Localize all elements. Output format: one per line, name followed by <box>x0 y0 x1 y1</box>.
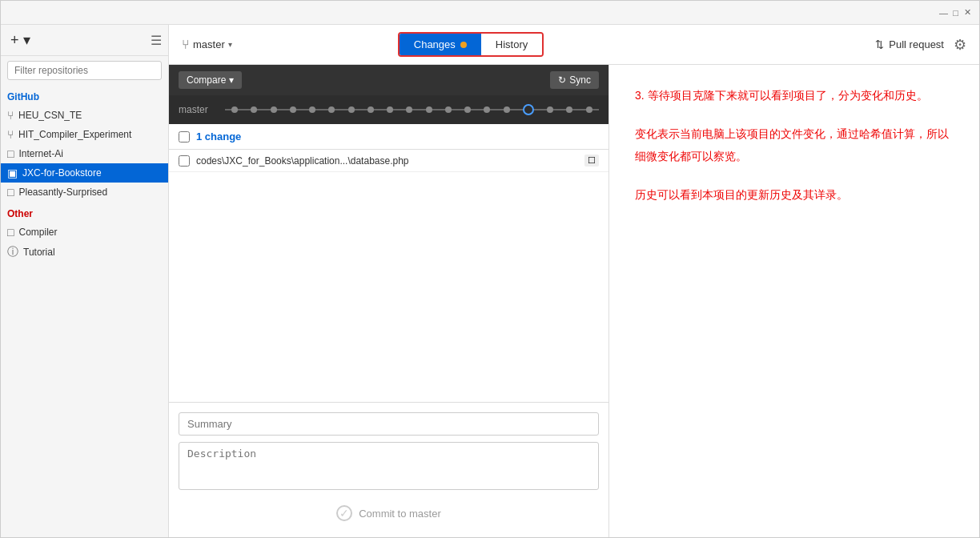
repo-name: Pleasantly-Surprised <box>18 187 162 198</box>
graph-dot <box>368 106 374 113</box>
branch-icon: ⑂ <box>182 38 190 52</box>
info-icon: ⓘ <box>7 245 18 259</box>
branch-name: master <box>193 38 225 50</box>
info-text-1: 3. 等待项目克隆下来就可以看到项目了，分为变化和历史。 <box>635 84 954 106</box>
graph-dot <box>426 106 432 113</box>
commit-graph: master <box>169 95 608 124</box>
file-item[interactable]: codes\JXC_for_Books\application...\datab… <box>169 150 608 172</box>
tab-changes[interactable]: Changes <box>400 34 481 55</box>
minimize-button[interactable]: — <box>938 7 949 18</box>
graph-dot <box>464 106 471 113</box>
changes-left-panel: Compare ▾ ↻ Sync master <box>169 65 609 537</box>
close-button[interactable]: ✕ <box>962 7 973 18</box>
sidebar-item-tutorial[interactable]: ⓘ Tutorial <box>1 242 168 263</box>
other-section-label: Other <box>1 202 168 223</box>
commit-button[interactable]: ✓ Commit to master <box>179 499 599 528</box>
file-list-spacer <box>169 172 608 402</box>
top-toolbar: ⑂ master ▾ Changes History ⇅ <box>169 25 979 65</box>
graph-dot <box>547 106 553 113</box>
pull-request-label: Pull request <box>889 38 944 50</box>
file-list-header: 1 change <box>169 124 608 150</box>
branch-dropdown-arrow: ▾ <box>228 40 232 49</box>
compare-bar: Compare ▾ ↻ Sync <box>169 65 608 95</box>
changes-area: Compare ▾ ↻ Sync master <box>169 65 979 537</box>
repo-name: Compiler <box>18 227 162 238</box>
settings-button[interactable]: ⚙ <box>954 36 966 54</box>
graph-dot <box>309 106 315 113</box>
right-panel: ⑂ master ▾ Changes History ⇅ <box>169 25 979 537</box>
graph-dot <box>586 106 592 113</box>
filter-repositories-input[interactable] <box>7 61 162 80</box>
info-text-3: 历史可以看到本项目的更新历史及其详录。 <box>635 183 954 206</box>
graph-line <box>225 102 599 118</box>
graph-dot <box>387 106 393 113</box>
toggle-sidebar-button[interactable]: ☰ <box>151 33 162 48</box>
graph-dots <box>225 104 599 115</box>
compare-button[interactable]: Compare ▾ <box>179 71 242 89</box>
description-input[interactable] <box>179 442 599 490</box>
graph-dot-active <box>523 104 534 115</box>
repo-name: JXC-for-Bookstore <box>22 167 162 179</box>
pull-request-button[interactable]: ⇅ Pull request <box>875 38 944 50</box>
graph-dot <box>566 106 572 113</box>
info-text-2: 变化表示当前电脑上该项目的文件变化，通过哈希值计算，所以细微变化都可以察览。 <box>635 122 954 167</box>
repo-name: Tutorial <box>23 247 162 258</box>
file-icon: □ <box>7 186 14 199</box>
graph-dot <box>484 106 490 113</box>
tab-changes-label: Changes <box>414 38 456 50</box>
graph-dot <box>445 106 452 113</box>
github-section-label: GitHub <box>1 85 168 106</box>
info-block-1: 3. 等待项目克隆下来就可以看到项目了，分为变化和历史。 <box>635 84 954 106</box>
file-icon: ▣ <box>7 167 18 179</box>
commit-label: Commit to master <box>359 508 441 520</box>
branch-icon: ⑂ <box>7 128 14 141</box>
graph-dot <box>406 106 412 113</box>
changes-right-panel: 3. 等待项目克隆下来就可以看到项目了，分为变化和历史。 变化表示当前电脑上该项… <box>609 65 979 537</box>
commit-form: ✓ Commit to master <box>169 402 608 537</box>
sidebar-item-hit[interactable]: ⑂ HIT_Compiler_Experiment <box>1 125 168 144</box>
commit-check-icon: ✓ <box>336 505 352 521</box>
repo-name: HIT_Compiler_Experiment <box>18 129 162 140</box>
sidebar: + ▾ ☰ GitHub ⑂ HEU_CSN_TE ⑂ HIT_Compiler… <box>1 25 169 537</box>
right-actions: ⇅ Pull request ⚙ <box>875 36 966 54</box>
graph-branch-label: master <box>179 104 219 115</box>
file-icon: □ <box>7 226 14 239</box>
graph-dot <box>290 106 296 113</box>
summary-input[interactable] <box>179 412 599 436</box>
tab-group: Changes History <box>398 32 544 57</box>
graph-dot <box>348 106 355 113</box>
branch-selector[interactable]: ⑂ master ▾ <box>182 38 232 52</box>
pull-request-icon: ⇅ <box>875 38 884 50</box>
sync-label: Sync <box>569 74 591 86</box>
tab-history[interactable]: History <box>481 34 542 55</box>
branch-icon: ⑂ <box>7 109 14 122</box>
tab-history-label: History <box>496 38 528 50</box>
file-path: codes\JXC_for_Books\application...\datab… <box>196 155 578 167</box>
file-checkbox[interactable] <box>179 155 190 167</box>
graph-dot <box>504 106 510 113</box>
graph-dot <box>271 106 277 113</box>
add-button[interactable]: + ▾ <box>7 30 34 50</box>
graph-dot <box>251 106 257 113</box>
sync-button[interactable]: ↻ Sync <box>550 71 599 89</box>
file-icon: □ <box>7 147 14 160</box>
maximize-button[interactable]: □ <box>950 7 961 18</box>
repo-name: HEU_CSN_TE <box>18 110 162 121</box>
sidebar-item-compiler[interactable]: □ Compiler <box>1 223 168 242</box>
change-count: 1 change <box>196 130 241 143</box>
graph-dot <box>328 106 335 113</box>
tab-changes-dot <box>460 42 467 48</box>
file-tag: ☐ <box>584 155 599 167</box>
sidebar-item-pleasantly[interactable]: □ Pleasantly-Surprised <box>1 183 168 202</box>
select-all-checkbox[interactable] <box>179 131 190 143</box>
info-block-2: 变化表示当前电脑上该项目的文件变化，通过哈希值计算，所以细微变化都可以察览。 <box>635 122 954 167</box>
info-block-3: 历史可以看到本项目的更新历史及其详录。 <box>635 183 954 206</box>
repo-name: Internet-Ai <box>18 148 162 159</box>
graph-dot <box>231 106 238 113</box>
sidebar-item-heu[interactable]: ⑂ HEU_CSN_TE <box>1 106 168 125</box>
sidebar-item-internet[interactable]: □ Internet-Ai <box>1 144 168 163</box>
sync-icon: ↻ <box>558 74 566 86</box>
sidebar-top: + ▾ ☰ <box>1 25 168 56</box>
sidebar-item-jxc[interactable]: ▣ JXC-for-Bookstore <box>1 163 168 183</box>
titlebar: — □ ✕ <box>1 1 979 25</box>
